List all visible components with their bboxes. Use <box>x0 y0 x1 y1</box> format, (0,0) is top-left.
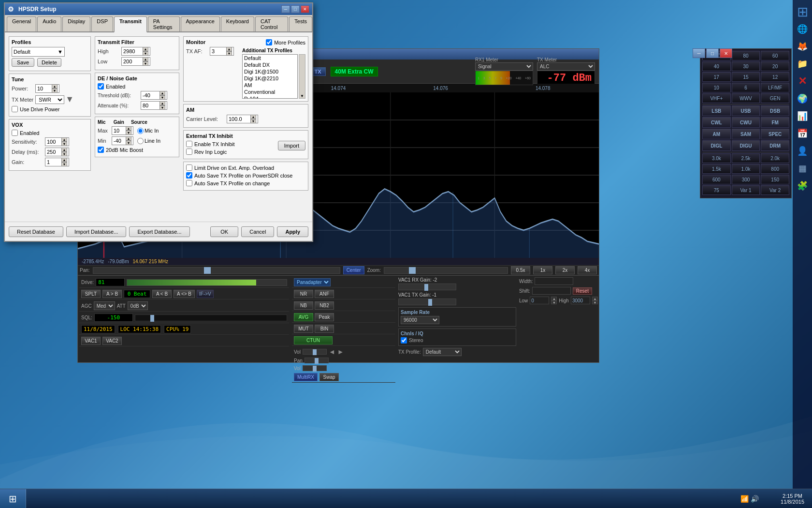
peak-button[interactable]: Peak <box>315 313 334 321</box>
auto-save-change-checkbox[interactable] <box>186 180 192 186</box>
tab-audio[interactable]: Audio <box>37 16 61 31</box>
3-0k-button[interactable]: 3.0k <box>702 153 731 163</box>
75-button[interactable]: 75 <box>702 185 731 195</box>
puzzle-icon[interactable]: 🧩 <box>795 178 810 194</box>
tx-profile-default-dx[interactable]: Default DX <box>243 61 297 68</box>
40-button[interactable]: 40 <box>702 61 731 71</box>
150-button[interactable]: 150 <box>761 175 789 184</box>
nr-button[interactable]: NR <box>294 290 313 298</box>
sam-button[interactable]: SAM <box>732 129 760 139</box>
stereo-checkbox[interactable] <box>401 337 407 344</box>
zoom-slider[interactable] <box>384 267 508 274</box>
profile-list-scrollbar[interactable]: ▼ <box>299 94 305 98</box>
a-swap-b-button[interactable]: A <> B <box>174 290 195 298</box>
windows-icon[interactable]: ⊞ <box>795 4 810 19</box>
vol-up-btn[interactable]: ► <box>337 348 344 356</box>
threshold-up[interactable]: ▲ <box>160 91 165 95</box>
tab-cat-control[interactable]: CAT Control <box>255 16 288 31</box>
vox-sensitivity-down[interactable]: ▼ <box>61 142 67 146</box>
avg-button[interactable]: AVG <box>294 313 313 321</box>
line-in-radio[interactable] <box>137 138 144 144</box>
tab-tests[interactable]: Tests <box>289 16 312 31</box>
var-2-button[interactable]: Var 2 <box>761 185 789 195</box>
min-down[interactable]: ▼ <box>126 141 131 145</box>
vac1-button[interactable]: VAC1 <box>81 337 101 345</box>
tab-keyboard[interactable]: Keyboard <box>221 16 254 31</box>
tab-general[interactable]: General <box>7 16 36 31</box>
tab-display[interactable]: Display <box>62 16 90 31</box>
1-5k-button[interactable]: 1.5k <box>702 164 731 174</box>
grid-icon[interactable]: ▦ <box>795 161 810 176</box>
center-button[interactable]: Center <box>343 266 364 274</box>
60-button[interactable]: 60 <box>761 51 789 60</box>
splt-button[interactable]: SPLT <box>81 290 101 298</box>
export-database-button[interactable]: Export Database... <box>129 226 189 237</box>
vac1-tx-slider[interactable] <box>398 299 456 305</box>
more-profiles-checkbox[interactable] <box>266 39 272 45</box>
max-down[interactable]: ▼ <box>126 131 131 135</box>
tab-appearance[interactable]: Appearance <box>181 16 220 31</box>
vox-delay-down[interactable]: ▼ <box>61 152 67 156</box>
filter-high-down[interactable]: ▼ <box>143 51 148 56</box>
attenuate-down[interactable]: ▼ <box>160 105 165 110</box>
enable-tx-inhibit-checkbox[interactable] <box>186 141 192 147</box>
20-button[interactable]: 20 <box>761 61 789 71</box>
10-button[interactable]: 10 <box>702 83 731 92</box>
a-from-b-button[interactable]: A < B <box>152 290 172 298</box>
power-up[interactable]: ▲ <box>52 84 58 89</box>
tx-meter-select[interactable]: SWR <box>35 95 64 104</box>
tx-profile-digi-1k-2210[interactable]: Digi 1K@2210 <box>243 75 297 82</box>
multirx-button[interactable]: MultiRX <box>294 373 318 381</box>
tx-profile-conventional[interactable]: Conventional <box>243 89 297 95</box>
mic-boost-checkbox[interactable] <box>98 147 104 153</box>
firefox-icon[interactable]: 🦊 <box>795 39 810 54</box>
cwu-button[interactable]: CWU <box>732 117 760 128</box>
800-button[interactable]: 800 <box>761 164 789 174</box>
internet-explorer-icon[interactable]: 🌐 <box>795 21 810 37</box>
zoom-2x-button[interactable]: 2x <box>555 266 575 274</box>
mute-button[interactable]: MUT <box>294 325 313 333</box>
filter-low-up[interactable]: ▲ <box>143 57 148 61</box>
ctun-button[interactable]: CTUN <box>294 336 333 344</box>
80-button[interactable]: 80 <box>732 51 760 60</box>
de-noise-enabled-checkbox[interactable] <box>98 83 104 90</box>
var-1-button[interactable]: Var 1 <box>732 185 760 195</box>
vox-gain-down[interactable]: ▼ <box>61 162 67 166</box>
15-button[interactable]: 15 <box>732 72 760 82</box>
usb-button[interactable]: USB <box>732 105 760 116</box>
filter-low-down[interactable]: ▼ <box>143 61 148 66</box>
30-button[interactable]: 30 <box>732 61 760 71</box>
12-button[interactable]: 12 <box>761 72 789 82</box>
bin-button[interactable]: BIN <box>315 325 334 333</box>
dialog-minimize-button[interactable]: ─ <box>281 5 290 13</box>
vox-gain-up[interactable]: ▲ <box>61 158 67 162</box>
sdr-minimize-button[interactable]: ─ <box>693 48 705 58</box>
tx-meter-type-select[interactable]: ALC <box>537 62 595 71</box>
threshold-down[interactable]: ▼ <box>160 95 165 100</box>
wwv-button[interactable]: WWV <box>732 93 760 103</box>
2-5k-button[interactable]: 2.5k <box>732 153 760 163</box>
vox-delay-up[interactable]: ▲ <box>61 148 67 152</box>
tx-af-up[interactable]: ▲ <box>226 47 232 51</box>
rx1-meter-select[interactable]: Signal <box>475 62 533 71</box>
low-up[interactable]: ▲ <box>551 297 557 300</box>
min-up[interactable]: ▲ <box>126 136 131 141</box>
dialog-close-button[interactable]: ✕ <box>301 5 309 13</box>
max-up[interactable]: ▲ <box>126 126 131 131</box>
1-0k-button[interactable]: 1.0k <box>732 164 760 174</box>
red-x-icon[interactable]: ✕ <box>795 74 810 89</box>
pan-s-slider[interactable] <box>304 358 329 363</box>
spec-button[interactable]: SPEC <box>761 129 789 139</box>
vol-slider[interactable] <box>303 349 327 355</box>
tx-profile-default[interactable]: Default <box>243 55 297 61</box>
low-down[interactable]: ▼ <box>551 300 557 304</box>
carrier-level-up[interactable]: ▲ <box>250 115 256 119</box>
gen-button[interactable]: GEN <box>761 93 789 103</box>
600-button[interactable]: 600 <box>702 175 731 184</box>
reset-button[interactable]: Reset <box>573 287 592 295</box>
apply-button[interactable]: Apply <box>277 226 308 237</box>
tx-profile-d104[interactable]: D-104 <box>243 95 297 99</box>
import-database-button[interactable]: Import Database... <box>66 226 127 237</box>
digu-button[interactable]: DIGU <box>732 140 760 151</box>
swap-button[interactable]: Swap <box>319 373 339 381</box>
